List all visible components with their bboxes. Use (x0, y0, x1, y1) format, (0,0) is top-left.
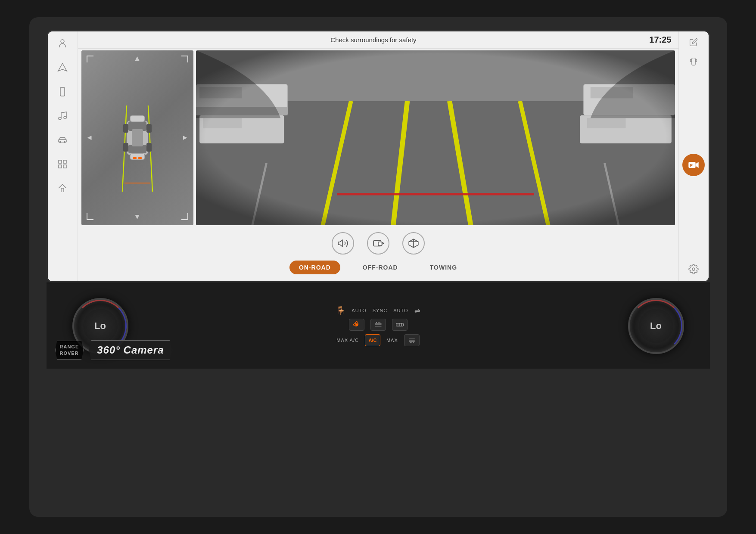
svg-marker-47 (338, 240, 342, 246)
outer-frame: Check surroundings for safety 17:25 (29, 17, 727, 517)
dial-ring-right (630, 300, 682, 352)
auto-label-1: AUTO (352, 308, 366, 313)
svg-rect-23 (146, 143, 152, 152)
camera-switch-button[interactable] (367, 232, 389, 255)
right-indicator (183, 136, 187, 140)
svg-point-0 (61, 40, 64, 43)
phone-icon[interactable] (55, 84, 70, 99)
3d-view-button[interactable] (402, 232, 425, 255)
music-icon[interactable] (55, 108, 70, 124)
bottom-indicator (135, 215, 140, 219)
svg-rect-52 (691, 59, 692, 62)
navigation-icon[interactable] (55, 60, 70, 75)
svg-point-57 (692, 268, 695, 270)
max-defrost-btn[interactable] (404, 334, 420, 346)
top-bar: Check surroundings for safety 17:25 (78, 31, 678, 49)
max-defrost-label: MAX (386, 338, 398, 343)
auto-label-2: AUTO (393, 308, 408, 313)
top-view-content (81, 50, 193, 225)
right-climate-dial[interactable]: Lo (628, 298, 684, 354)
car-icon[interactable] (55, 132, 70, 148)
left-sidebar (48, 31, 78, 281)
ac-button[interactable]: A/C (365, 334, 380, 346)
corner-marker-bl (87, 213, 93, 220)
corner-marker-tr (181, 56, 188, 62)
bottom-controls: ON-ROAD OFF-ROAD TOWING (78, 227, 678, 281)
svg-rect-10 (59, 165, 62, 168)
rear-view-content (196, 50, 675, 225)
corner-marker-tl (87, 56, 93, 62)
camera-record-button[interactable]: P (682, 154, 705, 176)
svg-rect-24 (132, 129, 143, 146)
car-top-icon[interactable] (687, 55, 700, 68)
svg-rect-2 (60, 87, 65, 96)
svg-rect-51 (692, 58, 695, 65)
camera-buttons-row (78, 230, 678, 256)
svg-rect-26 (138, 157, 142, 159)
svg-rect-25 (133, 157, 137, 159)
top-indicator (135, 56, 140, 61)
corner-marker-br (181, 213, 188, 220)
on-road-button[interactable]: ON-ROAD (289, 261, 340, 274)
rr-badge: RANGEROVER 360° Camera (55, 340, 172, 360)
svg-rect-18 (130, 115, 145, 122)
edit-icon[interactable] (687, 36, 700, 49)
car-overhead-graphic (122, 112, 152, 164)
mode-buttons-row: ON-ROAD OFF-ROAD TOWING (78, 261, 678, 278)
infotainment-screen: Check surroundings for safety 17:25 (47, 30, 710, 283)
defrost-rear-button[interactable] (370, 319, 386, 331)
right-panel-top (687, 36, 700, 68)
svg-marker-50 (382, 242, 383, 244)
apps-icon[interactable] (55, 156, 70, 172)
screen-area: Check surroundings for safety 17:25 (48, 31, 709, 281)
vent-button[interactable] (392, 319, 408, 331)
sound-button[interactable] (332, 232, 354, 255)
physical-controls: Lo 🪑 AUTO SYNC AUTO ⇌ (47, 283, 710, 369)
main-content: Check surroundings for safety 17:25 (78, 31, 678, 281)
seat-icon: 🪑 (336, 306, 345, 315)
rr-brand-text: RANGEROVER (60, 344, 79, 357)
control-row-bottom: MAX A/C A/C MAX (336, 334, 419, 346)
towing-button[interactable]: TOWING (420, 261, 467, 274)
camera-views-area (78, 49, 678, 227)
svg-point-4 (64, 116, 66, 119)
right-panel: P (678, 31, 709, 281)
svg-rect-49 (378, 242, 382, 246)
svg-text:P: P (690, 163, 693, 167)
sync-label: SYNC (373, 308, 388, 313)
rr-logo: RANGEROVER (55, 341, 84, 360)
person-icon[interactable] (55, 36, 70, 51)
home-icon[interactable] (55, 180, 70, 196)
ac-label: A/C (368, 338, 376, 343)
climate-center-controls: 🪑 AUTO SYNC AUTO ⇌ (336, 306, 420, 346)
svg-rect-46 (196, 50, 675, 225)
svg-rect-19 (130, 154, 145, 160)
safety-message: Check surroundings for safety (330, 36, 416, 43)
svg-point-58 (356, 324, 357, 325)
top-down-camera-view (81, 50, 193, 225)
svg-rect-11 (63, 165, 66, 168)
svg-marker-1 (58, 63, 67, 71)
svg-rect-21 (146, 124, 152, 133)
max-ac-label: MAX A/C (336, 338, 359, 343)
rr-model-badge: 360° Camera (89, 340, 172, 360)
svg-rect-53 (695, 59, 697, 62)
airflow-icon: ⇌ (414, 307, 420, 315)
rr-model-text: 360° Camera (97, 344, 164, 356)
svg-rect-22 (123, 143, 128, 152)
off-road-button[interactable]: OFF-ROAD (353, 261, 408, 274)
control-row-top: 🪑 AUTO SYNC AUTO ⇌ (336, 306, 420, 315)
fan-button[interactable] (349, 319, 364, 331)
control-row-mid (349, 319, 408, 331)
svg-rect-9 (63, 160, 66, 163)
svg-marker-55 (696, 162, 699, 168)
settings-button[interactable] (686, 261, 701, 277)
rear-camera-scene (196, 50, 675, 225)
left-indicator (87, 136, 92, 140)
rear-camera-view (196, 50, 675, 225)
svg-rect-20 (123, 124, 128, 133)
svg-rect-8 (59, 160, 62, 163)
svg-point-3 (59, 117, 61, 120)
clock-display: 17:25 (649, 35, 671, 45)
